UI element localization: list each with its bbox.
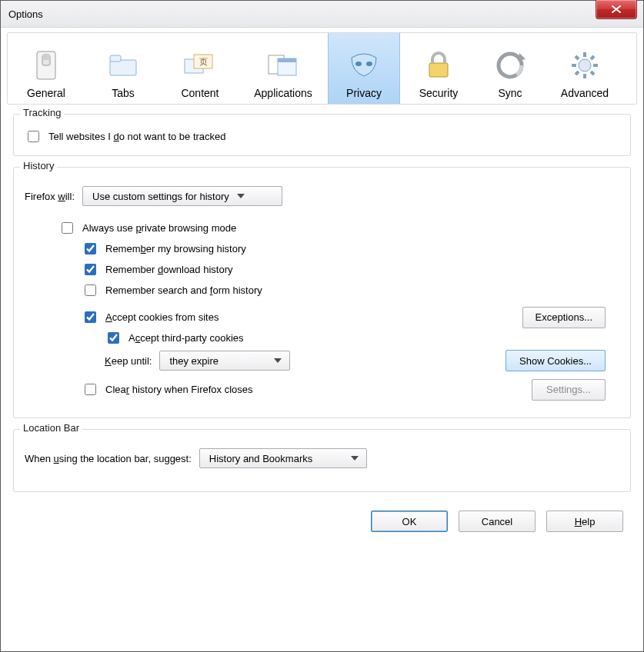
titlebar: Options (1, 1, 643, 28)
remember-browsing-checkbox[interactable] (85, 243, 96, 254)
locationbar-legend: Location Bar (20, 422, 82, 434)
remember-form-row[interactable]: Remember search and form history (82, 282, 262, 298)
history-group: History Firefox will: Use custom setting… (13, 167, 631, 418)
category-toolbar: General Tabs 页 Content Applications Priv… (7, 32, 637, 105)
lock-icon (422, 48, 455, 82)
firefox-will-label: Firefox will: (25, 191, 75, 202)
show-cookies-button[interactable]: Show Cookies... (506, 350, 606, 371)
accept-third-checkbox[interactable] (108, 332, 119, 344)
svg-point-11 (355, 62, 362, 66)
tab-tabs-label: Tabs (112, 87, 135, 99)
remember-form-label: Remember search and form history (105, 284, 262, 296)
tab-content-label: Content (181, 87, 219, 99)
keep-until-label: Keep until: (105, 355, 152, 367)
clear-settings-button[interactable]: Settings... (532, 379, 606, 401)
svg-point-12 (366, 62, 372, 66)
history-mode-row: Firefox will: Use custom settings for hi… (25, 186, 619, 206)
svg-rect-2 (42, 55, 50, 60)
remember-download-label: Remember download history (105, 264, 232, 275)
svg-marker-15 (518, 53, 526, 61)
tab-privacy[interactable]: Privacy (328, 33, 400, 104)
dnt-label: Tell websites I do not want to be tracke… (48, 131, 226, 142)
tab-content[interactable]: 页 Content (162, 33, 239, 104)
svg-rect-3 (110, 60, 136, 75)
locationbar-group: Location Bar When using the location bar… (13, 429, 631, 492)
tab-security-label: Security (419, 87, 459, 99)
ok-button[interactable]: OK (371, 511, 448, 532)
private-mode-checkbox-row[interactable]: Always use private browsing mode (58, 220, 236, 236)
mask-icon (347, 48, 381, 82)
locationbar-label: When using the location bar, suggest: (25, 453, 192, 464)
options-window: Options General Tabs 页 Content Applicati… (0, 0, 644, 652)
dnt-checkbox-row[interactable]: Tell websites I do not want to be tracke… (25, 128, 619, 145)
tab-privacy-label: Privacy (346, 87, 382, 99)
locationbar-select[interactable]: History and Bookmarks (199, 448, 367, 468)
private-mode-label: Always use private browsing mode (82, 222, 236, 234)
chevron-down-icon (351, 456, 359, 461)
cancel-button[interactable]: Cancel (459, 511, 536, 532)
svg-line-24 (576, 72, 579, 75)
sync-icon (493, 48, 527, 82)
accept-third-label: Accept third-party cookies (128, 332, 244, 344)
close-button[interactable] (596, 0, 637, 19)
help-button[interactable]: Help (546, 511, 623, 532)
clear-on-close-label: Clear history when Firefox closes (105, 384, 253, 395)
switch-icon (29, 48, 63, 82)
svg-text:页: 页 (199, 57, 208, 66)
gear-icon (568, 48, 602, 82)
svg-rect-4 (110, 55, 121, 62)
remember-download-checkbox[interactable] (85, 264, 96, 275)
private-mode-row: Always use private browsing mode (58, 220, 619, 236)
accept-cookies-label: Accept cookies from sites (105, 311, 219, 323)
window-title: Options (8, 8, 43, 20)
chevron-down-icon (237, 194, 245, 198)
tab-general[interactable]: General (8, 33, 85, 104)
keep-until-value: they expire (169, 355, 219, 367)
tab-sync-label: Sync (498, 87, 522, 99)
private-mode-checkbox[interactable] (62, 222, 73, 234)
tab-general-label: General (27, 87, 65, 99)
svg-rect-13 (429, 63, 448, 77)
tab-security[interactable]: Security (400, 33, 477, 104)
clear-on-close-row[interactable]: Clear history when Firefox closes (82, 381, 253, 398)
clear-on-close-checkbox[interactable] (85, 384, 96, 395)
remember-download-row[interactable]: Remember download history (82, 261, 232, 278)
tracking-group: Tracking Tell websites I do not want to … (13, 114, 631, 156)
history-mode-value: Use custom settings for history (92, 191, 229, 202)
chevron-down-icon (274, 358, 282, 363)
remember-browsing-row[interactable]: Remember my browsing history (82, 241, 246, 257)
tab-applications-label: Applications (254, 87, 312, 99)
tab-advanced-label: Advanced (561, 87, 609, 99)
accept-third-row[interactable]: Accept third-party cookies (105, 330, 244, 346)
svg-line-22 (591, 72, 594, 75)
accept-cookies-row[interactable]: Accept cookies from sites (82, 309, 219, 325)
svg-line-23 (591, 56, 594, 59)
history-legend: History (20, 160, 57, 171)
svg-line-21 (576, 56, 579, 59)
keep-until-select[interactable]: they expire (159, 351, 290, 371)
svg-rect-10 (278, 58, 296, 62)
applications-icon (266, 48, 300, 82)
history-mode-select[interactable]: Use custom settings for history (82, 186, 282, 206)
dialog-footer: OK Cancel Help (7, 503, 637, 538)
tab-advanced[interactable]: Advanced (543, 33, 626, 104)
tab-applications[interactable]: Applications (239, 33, 328, 104)
remember-form-checkbox[interactable] (85, 284, 96, 296)
tab-sync[interactable]: Sync (477, 33, 543, 104)
svg-point-16 (579, 59, 591, 72)
folder-icon (106, 48, 140, 82)
accept-cookies-checkbox[interactable] (85, 311, 96, 323)
remember-browsing-label: Remember my browsing history (105, 243, 246, 254)
close-icon (611, 5, 622, 13)
locationbar-value: History and Bookmarks (209, 453, 312, 464)
dnt-checkbox[interactable] (28, 131, 39, 142)
exceptions-button[interactable]: Exceptions... (522, 307, 606, 328)
content-icon: 页 (183, 48, 217, 82)
tracking-legend: Tracking (20, 107, 64, 118)
tab-tabs[interactable]: Tabs (85, 33, 162, 104)
